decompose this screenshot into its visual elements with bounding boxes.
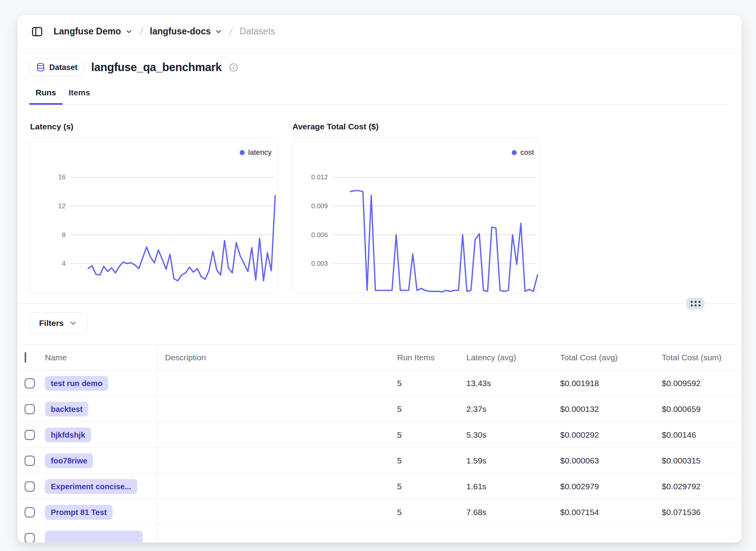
run-name-cell: test run demo: [41, 370, 157, 396]
run-items-cell: 5: [389, 430, 459, 440]
latency-avg-cell: 1.61s: [459, 482, 552, 491]
run-items-cell: 5: [389, 482, 459, 491]
table-row: backtest52.37s$0.000132$0.000659: [18, 396, 742, 422]
cost-chart-title: Average Total Cost ($): [292, 122, 541, 131]
table-row: [18, 525, 742, 543]
row-select-cell: [18, 456, 41, 466]
total-cost-sum-cell: $0.071536: [654, 508, 742, 517]
svg-text:0.012: 0.012: [311, 174, 328, 181]
run-name-badge[interactable]: Prompt 81 Test: [45, 505, 113, 520]
page-title: langfuse_qa_benchmark: [91, 61, 222, 74]
run-name-cell: [41, 525, 157, 543]
column-header-description: Description: [157, 353, 389, 362]
table-row: Prompt 81 Test57.68s$0.007154$0.071536: [18, 499, 742, 525]
desktop-background: Langfuse Demo / langfuse-docs / Datasets: [0, 0, 756, 551]
resize-drag-handle[interactable]: [686, 298, 704, 309]
total-cost-avg-cell: $0.002979: [552, 482, 654, 491]
dataset-type-badge: Dataset: [29, 59, 84, 76]
total-cost-avg-cell: $0.001918: [552, 379, 654, 388]
row-checkbox[interactable]: [25, 404, 35, 414]
info-icon[interactable]: [229, 63, 238, 72]
row-checkbox[interactable]: [25, 481, 35, 492]
latency-avg-cell: 2.37s: [459, 404, 552, 414]
latency-avg-cell: 1.59s: [459, 456, 552, 465]
select-all-cell: [18, 353, 41, 362]
charts-section: Latency (s) 481216 latency Average Total…: [29, 122, 730, 293]
row-select-cell: [18, 404, 41, 414]
run-name-badge[interactable]: backtest: [45, 402, 88, 417]
total-cost-sum-cell: $0.029792: [654, 482, 742, 491]
run-items-cell: 5: [389, 456, 459, 465]
table-header-row: Name Description Run Items Latency (avg)…: [18, 345, 742, 370]
tab-runs[interactable]: Runs: [29, 88, 63, 105]
breadcrumb-separator: /: [139, 25, 143, 38]
column-header-latency-avg: Latency (avg): [459, 353, 552, 362]
latency-avg-cell: 13.43s: [459, 379, 552, 388]
total-cost-sum-cell: $0.000659: [654, 404, 742, 414]
app-window: Langfuse Demo / langfuse-docs / Datasets: [17, 14, 742, 543]
svg-text:8: 8: [62, 231, 65, 239]
latency-line-chart: 481216: [30, 138, 278, 293]
chevron-down-icon: [215, 28, 222, 36]
total-cost-sum-cell: $0.000315: [654, 456, 742, 465]
run-name-cell: backtest: [41, 396, 157, 422]
latency-chart-card: 481216 latency: [29, 138, 278, 293]
row-select-cell: [18, 533, 41, 543]
breadcrumb-environment-label: langfuse-docs: [150, 26, 211, 37]
select-all-checkbox[interactable]: [25, 352, 26, 363]
total-cost-avg-cell: $0.000292: [552, 430, 654, 440]
row-checkbox[interactable]: [25, 430, 35, 440]
breadcrumb-environment[interactable]: langfuse-docs: [150, 26, 222, 37]
filters-button[interactable]: Filters: [29, 312, 87, 334]
runs-table-body: test run demo513.43s$0.001918$0.009592ba…: [18, 370, 742, 543]
row-checkbox[interactable]: [25, 456, 35, 466]
run-items-cell: 5: [389, 404, 459, 414]
cost-legend-label: cost: [520, 148, 534, 157]
panel-divider: [18, 303, 742, 304]
run-name-badge[interactable]: [45, 531, 143, 543]
cost-chart-card: 0.0030.0060.0090.012 cost: [292, 138, 541, 293]
svg-text:0.003: 0.003: [311, 260, 328, 267]
table-row: test run demo513.43s$0.001918$0.009592: [18, 370, 742, 396]
total-cost-sum-cell: $0.009592: [654, 379, 742, 388]
column-header-name: Name: [41, 345, 157, 370]
page-content: Dataset langfuse_qa_benchmark Runs Items…: [18, 59, 742, 543]
breadcrumb-project[interactable]: Langfuse Demo: [54, 26, 133, 37]
database-icon: [36, 63, 45, 72]
dataset-header: Dataset langfuse_qa_benchmark: [29, 59, 730, 76]
total-cost-avg-cell: $0.000063: [552, 456, 654, 465]
run-name-badge[interactable]: test run demo: [45, 376, 108, 391]
run-name-badge[interactable]: hjkfdshjk: [45, 428, 91, 442]
latency-avg-cell: 5.30s: [459, 430, 552, 440]
chevron-down-icon: [125, 28, 133, 36]
latency-chart-group: Latency (s) 481216 latency: [29, 122, 278, 293]
svg-text:4: 4: [62, 260, 65, 267]
breadcrumb-section-datasets[interactable]: Datasets: [240, 26, 275, 37]
row-checkbox[interactable]: [25, 507, 35, 517]
sidebar-toggle-button[interactable]: [29, 24, 45, 39]
table-row: Experiment concise...51.61s$0.002979$0.0…: [18, 474, 742, 499]
svg-text:0.009: 0.009: [311, 202, 328, 210]
row-select-cell: [18, 378, 41, 388]
total-cost-sum-cell: $0.00146: [654, 430, 742, 440]
latency-legend: latency: [240, 148, 272, 157]
svg-text:0.006: 0.006: [311, 231, 328, 239]
topbar: Langfuse Demo / langfuse-docs / Datasets: [18, 15, 742, 48]
dataset-badge-label: Dataset: [49, 63, 77, 72]
run-name-badge[interactable]: foo78riwe: [45, 453, 93, 468]
cost-legend: cost: [512, 148, 534, 157]
row-select-cell: [18, 430, 41, 440]
cost-line-chart: 0.0030.0060.0090.012: [292, 138, 540, 293]
legend-dot-icon: [240, 150, 245, 155]
filters-row: Filters: [29, 304, 730, 344]
runs-table: Name Description Run Items Latency (avg)…: [18, 344, 742, 543]
row-checkbox[interactable]: [25, 533, 35, 543]
table-row: hjkfdshjk55.30s$0.000292$0.00146: [18, 422, 742, 448]
run-name-cell: Experiment concise...: [41, 474, 157, 499]
tab-items[interactable]: Items: [63, 88, 97, 105]
run-name-badge[interactable]: Experiment concise...: [45, 479, 137, 494]
row-checkbox[interactable]: [25, 378, 35, 388]
legend-dot-icon: [512, 150, 517, 155]
svg-text:12: 12: [58, 202, 66, 210]
run-items-cell: 5: [389, 508, 459, 517]
